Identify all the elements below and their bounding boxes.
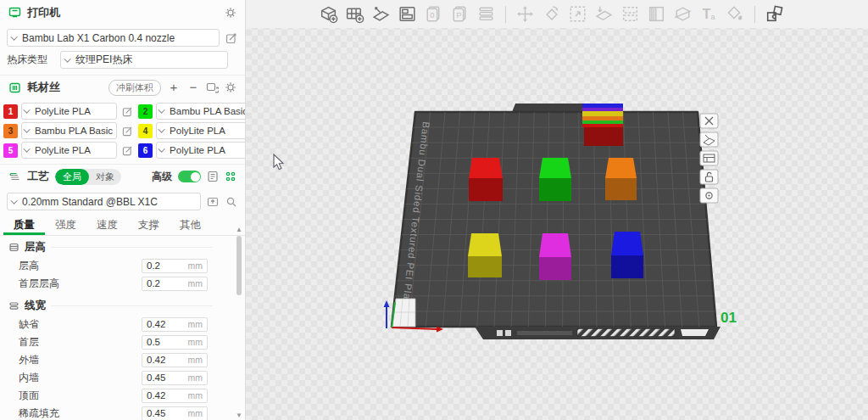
filament-slot-2: 2 Bambu PLA Basic xyxy=(138,103,246,120)
scope-global-tab[interactable]: 全局 xyxy=(55,169,89,185)
printer-select[interactable]: Bambu Lab X1 Carbon 0.4 nozzle xyxy=(7,29,220,47)
process-layers-icon xyxy=(8,171,21,183)
parameter-list: 层高 层高 0.2mm 首层层高 0.2mm 线宽 缺省 0.42mm 首层 0… xyxy=(0,238,245,420)
multicolor-stack-object[interactable] xyxy=(582,104,623,146)
param-input[interactable]: 0.42mm xyxy=(142,317,208,332)
process-preset-select[interactable]: 0.20mm Standard @BBL X1C xyxy=(7,193,201,210)
chevron-down-icon xyxy=(23,106,30,113)
filament-slot-1: 1 PolyLite PLA xyxy=(3,103,135,120)
line-width-icon xyxy=(8,300,19,311)
printer-settings-gear-icon[interactable] xyxy=(225,7,236,19)
plate-objects-icon[interactable] xyxy=(225,171,236,182)
move-icon[interactable] xyxy=(514,3,537,25)
plate-number[interactable]: 01 xyxy=(721,310,737,326)
filament-grid: 1 PolyLite PLA 2 Bambu PLA Basic 3 Bambu… xyxy=(0,101,245,159)
filament-select[interactable]: PolyLite PLA xyxy=(156,122,246,139)
lay-on-face-icon[interactable] xyxy=(593,3,615,25)
main-toolbar: 0 P Ta xyxy=(246,0,868,28)
lock-plate-button[interactable] xyxy=(700,170,718,184)
panel-scrollbar[interactable]: ▲ ▼ xyxy=(234,226,244,420)
split-to-objects-icon[interactable]: 0 xyxy=(422,3,445,25)
variable-layer-height-icon[interactable] xyxy=(475,3,498,25)
red-cube-object[interactable] xyxy=(469,158,503,201)
tab-others[interactable]: 其他 xyxy=(170,216,211,235)
filament-color-swatch[interactable]: 6 xyxy=(138,143,153,158)
split-plate-icon[interactable] xyxy=(619,3,642,25)
ams-sync-icon[interactable] xyxy=(206,81,219,93)
tab-strength[interactable]: 强度 xyxy=(45,216,86,235)
arrange-plate-button[interactable] xyxy=(700,151,718,165)
orange-cube-object[interactable] xyxy=(605,158,637,200)
filament-color-swatch[interactable]: 3 xyxy=(3,124,18,138)
param-input[interactable]: 0.2mm xyxy=(142,277,208,291)
bed-type-row: 热床类型 纹理PEI热床 xyxy=(0,51,245,69)
viewport-3d[interactable]: Bambu Dual Sided Textured PEI Plate xyxy=(246,0,868,420)
bed-type-select[interactable]: 纹理PEI热床 xyxy=(60,51,228,69)
scrollbar-thumb[interactable] xyxy=(236,236,242,295)
chevron-down-icon xyxy=(10,33,17,40)
plate-settings-button[interactable] xyxy=(700,188,718,203)
param-input[interactable]: 0.42mm xyxy=(142,353,208,367)
auto-orient-icon[interactable] xyxy=(370,3,392,25)
supports-paint-icon[interactable] xyxy=(645,3,668,25)
edit-filament-icon[interactable] xyxy=(120,104,135,119)
parameter-table-icon[interactable] xyxy=(207,171,219,182)
filament-section-title: 耗材丝 xyxy=(27,80,60,95)
flush-volume-button[interactable]: 冲刷体积 xyxy=(108,80,161,96)
filament-color-swatch[interactable]: 1 xyxy=(3,104,18,119)
add-model-icon[interactable] xyxy=(317,3,340,25)
filament-select[interactable]: Bambu PLA Basic xyxy=(21,122,117,139)
assembly-view-icon[interactable] xyxy=(763,3,786,25)
printer-select-row: Bambu Lab X1 Carbon 0.4 nozzle xyxy=(0,29,245,47)
scroll-down-icon[interactable]: ▼ xyxy=(234,412,244,420)
svg-text:P: P xyxy=(456,11,461,20)
edit-filament-icon[interactable] xyxy=(120,143,135,158)
filament-select[interactable]: Bambu PLA Basic xyxy=(156,103,246,120)
split-to-parts-icon[interactable]: P xyxy=(448,3,471,25)
param-input[interactable]: 0.42mm xyxy=(142,389,208,403)
filament-select[interactable]: PolyLite PLA xyxy=(21,142,117,159)
add-filament-button[interactable]: + xyxy=(167,81,181,94)
scroll-up-icon[interactable]: ▲ xyxy=(234,226,244,234)
filament-select[interactable]: PolyLite PLA xyxy=(21,103,117,120)
chevron-down-icon xyxy=(158,126,164,132)
search-preset-icon[interactable] xyxy=(224,194,238,209)
orient-plate-button[interactable] xyxy=(700,132,718,147)
filament-select[interactable]: PolyLite PLA xyxy=(156,142,246,159)
param-input[interactable]: 0.2mm xyxy=(142,259,208,273)
blue-cube-object[interactable] xyxy=(611,232,643,278)
add-plate-icon[interactable] xyxy=(343,3,366,25)
edit-filament-icon[interactable] xyxy=(120,124,135,138)
param-row: 稀疏填充 0.45mm xyxy=(0,405,245,420)
tab-speed[interactable]: 速度 xyxy=(86,216,128,235)
param-input[interactable]: 0.45mm xyxy=(142,371,208,385)
rotate-icon[interactable] xyxy=(540,3,563,25)
advanced-toggle[interactable] xyxy=(178,171,201,182)
tab-support[interactable]: 支撑 xyxy=(128,216,170,235)
scale-icon[interactable] xyxy=(566,3,589,25)
save-preset-icon[interactable] xyxy=(205,194,220,209)
filament-settings-gear-icon[interactable] xyxy=(225,81,236,93)
filament-color-swatch[interactable]: 2 xyxy=(138,104,153,119)
param-row: 首层 0.5mm xyxy=(0,333,245,350)
magenta-cube-object[interactable] xyxy=(539,233,571,280)
arrange-icon[interactable] xyxy=(396,3,419,25)
scope-object-tab[interactable]: 对象 xyxy=(89,169,121,185)
edit-printer-icon[interactable] xyxy=(224,31,238,45)
color-paint-icon[interactable] xyxy=(724,3,747,25)
toolbar-separator xyxy=(505,6,506,23)
cut-icon[interactable] xyxy=(671,3,694,25)
filament-color-swatch[interactable]: 4 xyxy=(138,124,153,138)
green-cube-object[interactable] xyxy=(539,158,571,201)
yellow-cube-object[interactable] xyxy=(468,233,502,277)
text-icon[interactable]: Ta xyxy=(698,3,721,25)
plate-front-bar xyxy=(475,327,721,339)
remove-filament-button[interactable]: − xyxy=(186,81,200,94)
delete-plate-button[interactable] xyxy=(700,114,718,128)
tab-quality[interactable]: 质量 xyxy=(3,216,45,235)
mouse-cursor xyxy=(274,154,283,170)
param-input[interactable]: 0.5mm xyxy=(142,335,208,350)
param-input[interactable]: 0.45mm xyxy=(142,406,208,420)
section-layer-height: 层高 xyxy=(0,238,245,256)
filament-color-swatch[interactable]: 5 xyxy=(3,143,18,158)
